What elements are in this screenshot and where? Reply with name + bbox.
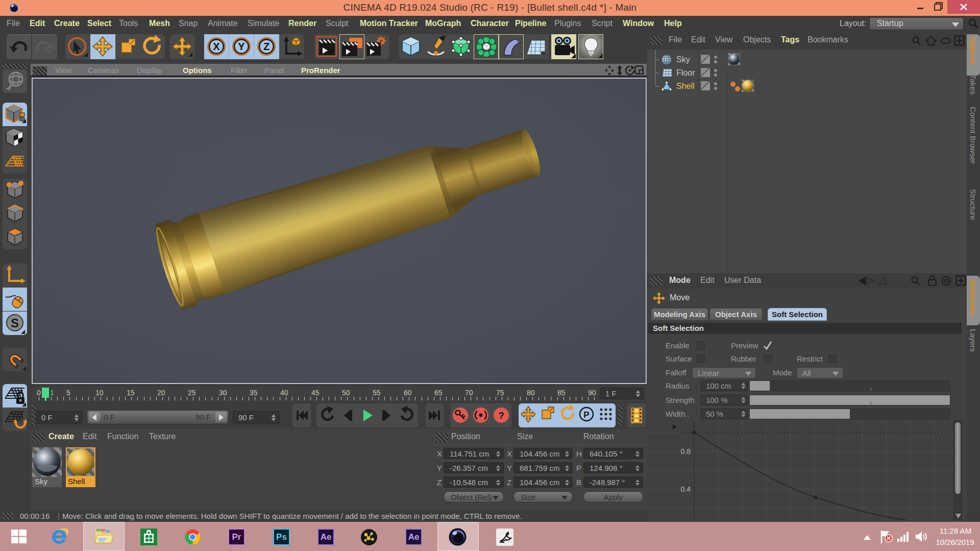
- svg-text:X: X: [213, 41, 220, 52]
- svg-text:85: 85: [557, 389, 566, 397]
- svg-text:15: 15: [127, 389, 135, 397]
- svg-text:60: 60: [404, 389, 412, 397]
- svg-text:65: 65: [434, 389, 443, 397]
- svg-text:P: P: [583, 410, 589, 420]
- svg-text:Z: Z: [263, 41, 270, 52]
- svg-text:Y: Y: [238, 41, 245, 52]
- svg-text:?: ?: [498, 410, 504, 421]
- svg-text:10: 10: [95, 389, 104, 397]
- svg-text:45: 45: [311, 389, 320, 397]
- svg-text:1: 1: [50, 389, 54, 397]
- svg-text:30: 30: [219, 389, 227, 397]
- svg-text:0.4: 0.4: [681, 485, 691, 493]
- svg-text:5: 5: [66, 389, 70, 397]
- svg-text:80: 80: [527, 389, 535, 397]
- svg-text:25: 25: [188, 389, 196, 397]
- svg-text:55: 55: [373, 389, 381, 397]
- svg-text:90: 90: [588, 389, 596, 397]
- svg-text:50: 50: [342, 389, 350, 397]
- svg-text:75: 75: [496, 389, 504, 397]
- svg-text:40: 40: [280, 389, 288, 397]
- svg-text:S: S: [11, 316, 19, 330]
- svg-text:0.8: 0.8: [681, 447, 691, 456]
- svg-text:20: 20: [157, 389, 165, 397]
- svg-text:35: 35: [250, 389, 258, 397]
- svg-text:70: 70: [465, 389, 473, 397]
- svg-text:0: 0: [37, 389, 41, 397]
